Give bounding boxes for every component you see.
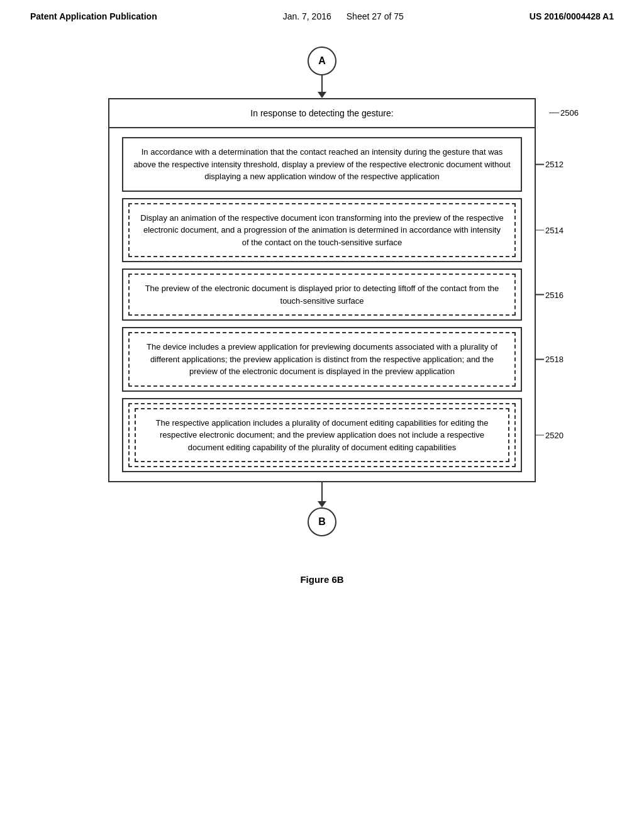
box-2518: The device includes a preview applicatio…: [128, 332, 516, 387]
header-center: Jan. 7, 2016 Sheet 27 of 75: [283, 11, 404, 21]
box-row-2516: The preview of the electronic document i…: [122, 268, 522, 321]
outer-box-header: In response to detecting the gesture:: [109, 99, 535, 128]
ref-2520: 2520: [535, 430, 564, 440]
outer-box: In response to detecting the gesture: In…: [108, 98, 536, 482]
box-row-2520: The respective application includes a pl…: [122, 398, 522, 473]
inner-boxes: In accordance with a determination that …: [109, 128, 535, 481]
header-date: Jan. 7, 2016: [283, 11, 331, 21]
box-row-2514: Display an animation of the respective d…: [122, 198, 522, 263]
diagram-area: A 2506 In response to detecting the gest…: [0, 28, 644, 597]
connector-b: B: [308, 507, 336, 536]
connector-a: A: [308, 47, 336, 75]
box-row-2512: In accordance with a determination that …: [122, 137, 522, 192]
box-2512: In accordance with a determination that …: [122, 137, 522, 192]
box-2518-outer: The device includes a preview applicatio…: [122, 327, 522, 392]
ref-2514: 2514: [535, 225, 564, 235]
box-2514: Display an animation of the respective d…: [128, 203, 516, 258]
header-patent: US 2016/0004428 A1: [530, 11, 614, 21]
page-header: Patent Application Publication Jan. 7, 2…: [0, 0, 644, 28]
box-2514-outer: Display an animation of the respective d…: [122, 198, 522, 263]
figure-caption: Figure 6B: [300, 574, 343, 585]
box-2516: The preview of the electronic document i…: [128, 274, 516, 316]
box-2520-outer: The respective application includes a pl…: [122, 398, 522, 473]
ref-2518: 2518: [535, 355, 564, 364]
header-sheet: Sheet 27 of 75: [347, 11, 404, 21]
box-row-2518: The device includes a preview applicatio…: [122, 327, 522, 392]
box-2516-outer: The preview of the electronic document i…: [122, 268, 522, 321]
header-left: Patent Application Publication: [30, 11, 157, 21]
box-2520: The respective application includes a pl…: [135, 408, 509, 463]
ref-2516: 2516: [535, 290, 564, 299]
ref-2506: 2506: [549, 108, 579, 118]
ref-2512: 2512: [535, 160, 564, 169]
box-2520-mid: The respective application includes a pl…: [128, 403, 516, 468]
